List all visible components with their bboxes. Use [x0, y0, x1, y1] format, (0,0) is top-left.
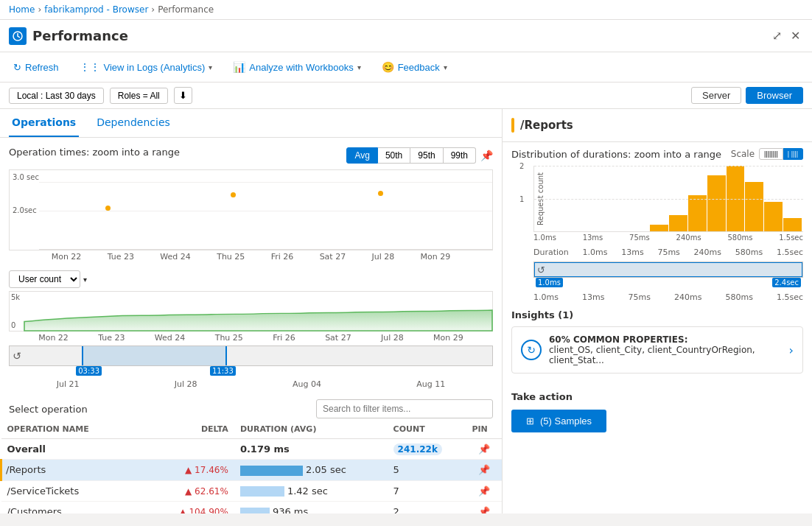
op-count-cell: 7 [388, 480, 466, 502]
p95-button[interactable]: 95th [410, 147, 443, 164]
date-axis: Mon 22 Tue 23 Wed 24 Thu 25 Fri 26 Sat 2… [9, 250, 493, 262]
logs-icon: ⋮⋮ [80, 61, 100, 73]
scatter-chart: 3.0 sec 2.0sec [9, 169, 493, 250]
breadcrumb-resource[interactable]: fabrikamprod - Browser [44, 4, 148, 15]
p99-button[interactable]: 99th [444, 147, 476, 164]
range-selector[interactable]: 03:33 11:33 ↺ [9, 346, 493, 366]
filter-left: Local : Last 30 days Roles = All ⬇ [9, 87, 192, 104]
op-delta-cell: ▲ 17.46% [155, 460, 234, 481]
tab-operations[interactable]: Operations [9, 109, 79, 137]
operations-table-wrapper: OPERATION NAME DELTA DURATION (AVG) COUN… [0, 420, 502, 513]
select-op-header: Select operation [0, 395, 502, 420]
feedback-button[interactable]: 😊 Feedback ▾ [377, 58, 452, 76]
close-button[interactable]: ✕ [788, 26, 803, 46]
orange-bar [511, 118, 514, 133]
op-duration-cell: 1.42 sec [234, 480, 388, 502]
data-point [231, 192, 236, 197]
dur-start-label: 1.0ms [536, 278, 563, 287]
op-pin-cell[interactable]: 📌 [466, 502, 502, 514]
refresh-button[interactable]: ↻ Refresh [9, 59, 63, 76]
performance-icon [9, 27, 27, 45]
range-start-marker: 03:33 [76, 366, 102, 376]
time-filter[interactable]: Local : Last 30 days [9, 88, 104, 104]
chevron-down-icon-3: ▾ [444, 63, 447, 71]
bar-chart-area: Request count 2 1 [533, 166, 803, 232]
range-end-marker: 11:33 [210, 366, 236, 376]
table-icon: ⊞ [526, 415, 534, 427]
table-row[interactable]: /ServiceTickets▲ 62.61%1.42 sec7📌 [1, 480, 503, 502]
browser-view-button[interactable]: Browser [746, 87, 803, 104]
dur-label: Duration [533, 248, 569, 257]
page-title: Performance [32, 28, 128, 43]
op-delta-cell: ▲ 62.61% [155, 480, 234, 502]
scale-log-button[interactable]: | |||| [783, 148, 803, 160]
duration-range-selector[interactable]: ↺ 1.0ms 2.4sec [533, 262, 803, 278]
scale-toggle: Scale |||||||| | |||| [731, 148, 803, 160]
roles-filter[interactable]: Roles = All [110, 88, 168, 104]
y-mid-label: 2.0sec [13, 206, 37, 214]
rp-title: /Reports [520, 119, 573, 132]
breadcrumb-home[interactable]: Home [9, 4, 35, 15]
breadcrumb: Home › fabrikamprod - Browser › Performa… [9, 0, 803, 19]
bar [688, 195, 707, 231]
bar [669, 215, 687, 231]
select-op-title: Select operation [9, 404, 88, 415]
op-pin-cell[interactable]: 📌 [466, 480, 502, 502]
feedback-label: Feedback [398, 62, 440, 73]
p50-button[interactable]: 50th [378, 147, 410, 164]
op-pin-cell[interactable]: 📌 [466, 460, 502, 481]
bar [764, 202, 783, 231]
delta-up-icon: ▲ 17.46% [185, 465, 228, 475]
insight-text: 60% COMMON PROPERTIES: client_OS, client… [549, 334, 782, 365]
breadcrumb-current: Performance [158, 4, 214, 15]
analyze-label: Analyze with Workbooks [249, 62, 353, 73]
avg-button[interactable]: Avg [346, 147, 377, 164]
insight-strong: 60% COMMON PROPERTIES: [549, 334, 687, 345]
full-range [534, 262, 802, 277]
table-row[interactable]: /Customers▲ 104.90%936 ms2📌 [1, 502, 503, 514]
col-operation-name[interactable]: OPERATION NAME [1, 420, 155, 439]
samples-button[interactable]: ⊞ (5) Samples [511, 410, 606, 432]
chart-header: Operation times: zoom into a range Avg 5… [9, 147, 493, 164]
bar-chart-container: Request count 2 1 [503, 166, 812, 242]
insights-title: Insights (1) [511, 309, 803, 320]
filter-bar: Local : Last 30 days Roles = All ⬇ Serve… [0, 83, 812, 109]
analyze-workbooks-button[interactable]: 📊 Analyze with Workbooks ▾ [228, 58, 365, 76]
op-count-cell: 2 [388, 502, 466, 514]
search-input[interactable] [316, 399, 493, 418]
scale-linear-button[interactable]: |||||||| [759, 148, 783, 160]
table-row[interactable]: /Reports▲ 17.46%2.05 sec5📌 [1, 460, 503, 481]
chevron-down-icon: ▾ [209, 63, 212, 71]
server-view-button[interactable]: Server [691, 87, 741, 104]
col-count[interactable]: COUNT [388, 420, 466, 439]
filter-more-button[interactable]: ⬇ [174, 87, 192, 104]
duration-bar [240, 466, 303, 476]
tab-dependencies[interactable]: Dependencies [94, 109, 173, 137]
samples-label: (5) Samples [540, 415, 592, 427]
range-reset-icon[interactable]: ↺ [13, 350, 21, 362]
take-action-title: Take action [511, 391, 803, 402]
delta-up-icon: ▲ 62.61% [185, 486, 228, 497]
user-count-dropdown: User count ▾ [9, 270, 493, 288]
pin-chart-button[interactable]: 📌 [480, 150, 493, 161]
op-count-cell: 5 [388, 460, 466, 481]
bar [707, 175, 726, 231]
view-logs-button[interactable]: ⋮⋮ View in Logs (Analytics) ▾ [75, 58, 217, 76]
range-selection: 03:33 11:33 [82, 346, 227, 365]
metric-select[interactable]: User count [9, 270, 80, 288]
data-point [378, 191, 383, 196]
operations-table: OPERATION NAME DELTA DURATION (AVG) COUN… [0, 420, 502, 513]
insight-card[interactable]: ↻ 60% COMMON PROPERTIES: client_OS, clie… [511, 326, 803, 374]
bar [650, 225, 668, 231]
operations-tbody: Overall0.179 ms241.22k📌/Reports▲ 17.46%2… [1, 439, 503, 514]
op-pin-cell[interactable]: 📌 [466, 439, 502, 460]
insights-section: Insights (1) ↻ 60% COMMON PROPERTIES: cl… [503, 304, 812, 379]
search-box [316, 399, 493, 418]
chevron-down-icon-2: ▾ [357, 63, 361, 71]
col-delta[interactable]: DELTA [155, 420, 234, 439]
maximize-button[interactable]: ⤢ [769, 26, 785, 46]
col-duration[interactable]: DURATION (AVG) [234, 420, 388, 439]
table-row[interactable]: Overall0.179 ms241.22k📌 [1, 439, 503, 460]
op-duration-cell: 936 ms [234, 502, 388, 514]
view-switcher: Server Browser [691, 87, 803, 104]
